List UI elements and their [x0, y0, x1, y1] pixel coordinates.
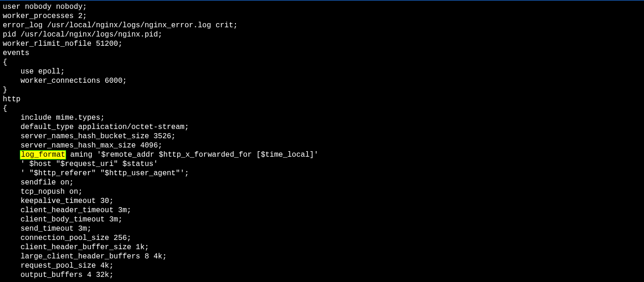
code-line: ' "$http_referer" "$http_user_agent"';	[3, 169, 641, 178]
code-line: error_log /usr/local/nginx/logs/nginx_er…	[3, 21, 641, 30]
code-line: client_header_timeout 3m;	[3, 206, 641, 215]
search-highlight: log_format	[20, 151, 66, 159]
code-line: {	[3, 58, 641, 67]
code-line: }	[3, 86, 641, 95]
code-line: tcp_nopush on;	[3, 187, 641, 196]
code-line: include mime.types;	[3, 113, 641, 123]
code-line: default_type application/octet-stream;	[3, 123, 641, 132]
code-line: large_client_header_buffers 8 4k;	[3, 252, 641, 261]
code-line: worker_connections 6000;	[3, 76, 641, 86]
code-line: sendfile on;	[3, 178, 641, 187]
code-line: output_buffers 4 32k;	[3, 270, 641, 280]
code-line: request_pool_size 4k;	[3, 261, 641, 270]
code-line: user nobody nobody;	[3, 2, 641, 12]
code-line: pid /usr/local/nginx/logs/nginx.pid;	[3, 30, 641, 39]
code-line: http	[3, 95, 641, 104]
code-line: log_format aming '$remote_addr $http_x_f…	[3, 150, 641, 159]
code-line: server_names_hash_max_size 4096;	[3, 141, 641, 150]
code-text: aming '$remote_addr $http_x_forwarded_fo…	[66, 151, 318, 159]
code-line: server_names_hash_bucket_size 3526;	[3, 132, 641, 141]
terminal-output[interactable]: user nobody nobody;worker_processes 2;er…	[0, 0, 644, 282]
code-line: send_timeout 3m;	[3, 224, 641, 233]
code-line: client_body_timeout 3m;	[3, 215, 641, 224]
code-line: {	[3, 104, 641, 113]
code-line: worker_rlimit_nofile 51200;	[3, 39, 641, 49]
code-line: worker_processes 2;	[3, 12, 641, 21]
code-line: keepalive_timeout 30;	[3, 196, 641, 206]
code-line: use epoll;	[3, 67, 641, 76]
code-line: client_header_buffer_size 1k;	[3, 243, 641, 252]
code-line: events	[3, 49, 641, 58]
code-line: connection_pool_size 256;	[3, 233, 641, 243]
code-line: ' $host "$request_uri" $status'	[3, 159, 641, 169]
